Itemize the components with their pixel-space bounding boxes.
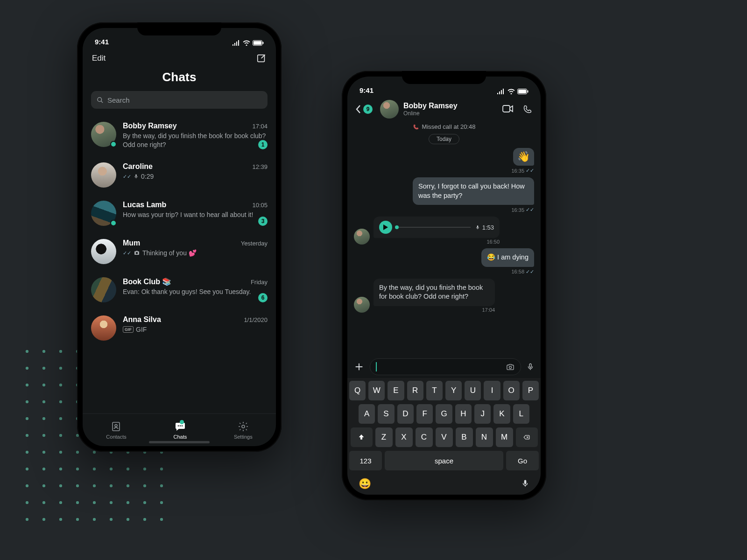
avatar[interactable] — [91, 239, 116, 264]
message-out[interactable]: Sorry, I forgot to call you back! How wa… — [413, 177, 534, 205]
letter-key[interactable]: X — [395, 427, 413, 447]
space-key[interactable]: space — [385, 451, 503, 470]
message-input[interactable] — [370, 358, 521, 375]
gif-icon: GIF — [123, 326, 134, 333]
avatar[interactable] — [91, 201, 116, 226]
letter-key[interactable]: E — [388, 381, 404, 400]
chat-time: Yesterday — [241, 240, 268, 247]
numbers-key[interactable]: 123 — [349, 451, 382, 470]
letter-key[interactable]: R — [407, 381, 423, 400]
home-indicator[interactable] — [149, 441, 210, 443]
tab-settings[interactable]: Settings — [234, 421, 253, 440]
page-title: Chats — [83, 66, 276, 91]
backspace-icon — [522, 434, 531, 441]
conversation-scroll[interactable]: Missed call at 20:48 Today 👋 16:35✓✓ Sor… — [347, 121, 541, 355]
tab-contacts[interactable]: Contacts — [106, 421, 126, 440]
voice-track[interactable] — [397, 227, 471, 228]
avatar[interactable] — [91, 122, 116, 147]
chat-row[interactable]: Lucas Lamb10:05 How was your trip? I wan… — [91, 194, 268, 232]
contacts-icon — [110, 421, 122, 432]
letter-key[interactable]: Z — [375, 427, 393, 447]
letter-key[interactable]: B — [456, 427, 473, 447]
notch — [402, 71, 486, 84]
letter-key[interactable]: S — [378, 404, 394, 424]
camera-button[interactable] — [506, 363, 515, 371]
presence-dot — [110, 141, 117, 147]
chat-list[interactable]: Bobby Ramsey17:04 By the way, did you fi… — [83, 115, 276, 413]
chevron-left-icon — [356, 105, 361, 114]
message-in[interactable]: By the way, did you finish the book for … — [374, 279, 495, 306]
attach-button[interactable] — [354, 362, 364, 372]
emoji-keyboard-button[interactable]: 😀 — [359, 478, 371, 490]
letter-key[interactable]: K — [493, 404, 510, 424]
voice-thumb[interactable] — [395, 225, 399, 229]
search-icon — [97, 97, 104, 104]
header-title-area[interactable]: Bobby Ramsey Online — [403, 102, 498, 117]
play-button[interactable] — [379, 221, 392, 234]
keyboard-row: QWERTYUIOP — [349, 381, 539, 400]
svg-point-15 — [509, 366, 512, 368]
letter-key[interactable]: D — [397, 404, 414, 424]
letter-key[interactable]: W — [368, 381, 385, 400]
message-avatar[interactable] — [354, 229, 370, 245]
voice-call-button[interactable] — [523, 105, 532, 114]
letter-key[interactable]: V — [436, 427, 453, 447]
camera-icon — [506, 363, 515, 371]
compose-button[interactable] — [256, 53, 267, 63]
voice-message[interactable]: 1:53 — [374, 217, 500, 238]
chat-time: 17:04 — [252, 123, 268, 130]
tab-chats[interactable]: Chats — [173, 421, 187, 440]
conversation-header: 9 Bobby Ramsey Online — [347, 95, 541, 121]
chat-preview: GIF GIF — [123, 325, 268, 334]
letter-key[interactable]: G — [436, 404, 452, 424]
chat-row[interactable]: MumYesterday ✓✓ Thinking of you 💕 — [91, 232, 268, 271]
chat-preview: How was your trip? I want to hear all ab… — [123, 210, 253, 219]
edit-button[interactable]: Edit — [92, 54, 106, 63]
avatar[interactable] — [91, 162, 116, 188]
chat-row[interactable]: Book Club 📚Friday Evan: Ok thank you guy… — [91, 271, 268, 309]
letter-key[interactable]: Y — [445, 381, 462, 400]
svg-point-4 — [98, 97, 102, 101]
unread-badge: 1 — [258, 140, 268, 149]
message-out[interactable]: 😂 I am dying — [481, 248, 534, 267]
backspace-key[interactable] — [516, 427, 538, 447]
letter-key[interactable]: J — [474, 404, 491, 424]
chat-row[interactable]: Caroline12:39 ✓✓ 0:29 — [91, 156, 268, 194]
message-avatar[interactable] — [354, 297, 370, 313]
shift-icon — [358, 434, 365, 441]
letter-key[interactable]: T — [426, 381, 443, 400]
header-avatar[interactable] — [380, 100, 399, 119]
avatar[interactable] — [91, 315, 116, 341]
letter-key[interactable]: N — [476, 427, 493, 447]
letter-key[interactable]: F — [416, 404, 433, 424]
letter-key[interactable]: P — [522, 381, 539, 400]
letter-key[interactable]: I — [484, 381, 500, 400]
chat-row[interactable]: Anna Silva1/1/2020 GIF GIF — [91, 309, 268, 347]
voice-record-button[interactable] — [527, 362, 534, 372]
letter-key[interactable]: U — [465, 381, 481, 400]
letter-key[interactable]: H — [455, 404, 472, 424]
mic-icon — [527, 362, 534, 372]
dictation-button[interactable] — [521, 478, 529, 490]
go-key[interactable]: Go — [506, 451, 539, 470]
svg-point-8 — [180, 425, 181, 427]
chat-row[interactable]: Bobby Ramsey17:04 By the way, did you fi… — [91, 115, 268, 156]
back-button[interactable]: 9 — [356, 105, 373, 114]
letter-key[interactable]: M — [496, 427, 513, 447]
missed-call-notice: Missed call at 20:48 — [413, 123, 476, 130]
letter-key[interactable]: Q — [349, 381, 366, 400]
letter-key[interactable]: L — [513, 404, 529, 424]
camera-icon — [134, 250, 140, 256]
avatar[interactable] — [91, 277, 116, 302]
letter-key[interactable]: A — [359, 404, 375, 424]
message-out-emoji[interactable]: 👋 — [513, 148, 534, 166]
search-input[interactable]: Search — [91, 91, 268, 109]
svg-point-7 — [178, 425, 179, 427]
keyboard-row: ZXCVBNM — [349, 427, 539, 447]
letter-key[interactable]: O — [503, 381, 520, 400]
svg-rect-13 — [528, 91, 529, 93]
letter-key[interactable]: C — [416, 427, 433, 447]
video-call-button[interactable] — [502, 105, 514, 114]
shift-key[interactable] — [351, 427, 373, 447]
missed-call-icon — [413, 124, 419, 130]
